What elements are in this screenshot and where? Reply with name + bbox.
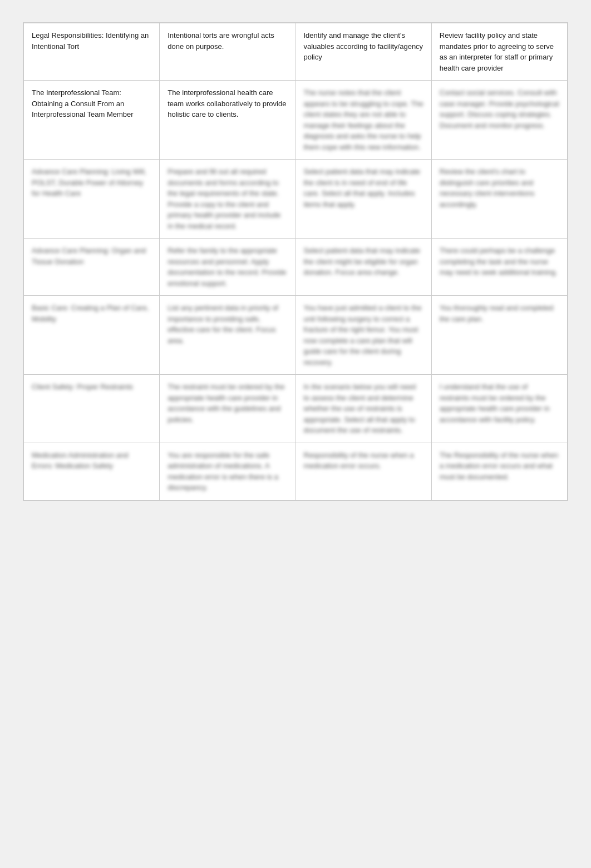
table-row: Legal Responsibilities: Identifying an I… — [24, 23, 568, 81]
cell-r6-c3: The Responsibility of the nurse when a m… — [431, 443, 567, 500]
cell-r5-c2: In the scenario below you will need to a… — [296, 375, 431, 443]
cell-r0-c2: Identify and manage the client's valuabl… — [296, 23, 431, 81]
cell-r1-c1: The interprofessional health care team w… — [160, 81, 296, 160]
table-row: The Interprofessional Team: Obtaining a … — [24, 81, 568, 160]
cell-r6-c2: Responsibility of the nurse when a medic… — [296, 443, 431, 500]
cell-r0-c1: Intentional torts are wrongful acts done… — [160, 23, 296, 81]
cell-r4-c2: You have just admitted a client to the u… — [296, 296, 431, 375]
cell-r3-c1: Refer the family to the appropriate reso… — [160, 239, 296, 296]
cell-r5-c1: The restraint must be ordered by the app… — [160, 375, 296, 443]
cell-r2-c1: Prepare and fill out all required docume… — [160, 160, 296, 239]
cell-r2-c0: Advance Care Planning: Living Will, POLS… — [24, 160, 160, 239]
cell-r5-c0: Client Safety: Proper Restraints — [24, 375, 160, 443]
cell-r1-c2: The nurse notes that the client appears … — [296, 81, 431, 160]
cell-r3-c0: Advance Care Planning: Organ and Tissue … — [24, 239, 160, 296]
cell-r4-c3: You thoroughly read and completed the ca… — [431, 296, 567, 375]
table-row: Advance Care Planning: Living Will, POLS… — [24, 160, 568, 239]
table-row: Medication Administration and Errors: Me… — [24, 443, 568, 500]
cell-r1-c3: Contact social services. Consult with ca… — [431, 81, 567, 160]
cell-r2-c3: Review the client's chart to distinguish… — [431, 160, 567, 239]
main-table-container: Legal Responsibilities: Identifying an I… — [23, 22, 568, 501]
cell-r4-c1: List any pertinent data in priority of i… — [160, 296, 296, 375]
cell-r5-c3: I understand that the use of restraints … — [431, 375, 567, 443]
cell-r0-c0: Legal Responsibilities: Identifying an I… — [24, 23, 160, 81]
table-row: Basic Care: Creating a Plan of Care, Mob… — [24, 296, 568, 375]
cell-r4-c0: Basic Care: Creating a Plan of Care, Mob… — [24, 296, 160, 375]
cell-r6-c1: You are responsible for the safe adminis… — [160, 443, 296, 500]
content-table: Legal Responsibilities: Identifying an I… — [23, 23, 568, 500]
cell-r3-c3: There could perhaps be a challenge compl… — [431, 239, 567, 296]
cell-r6-c0: Medication Administration and Errors: Me… — [24, 443, 160, 500]
cell-r1-c0: The Interprofessional Team: Obtaining a … — [24, 81, 160, 160]
table-row: Advance Care Planning: Organ and Tissue … — [24, 239, 568, 296]
cell-r0-c3: Review facility policy and state mandate… — [431, 23, 567, 81]
table-row: Client Safety: Proper RestraintsThe rest… — [24, 375, 568, 443]
cell-r3-c2: Select patient data that may indicate th… — [296, 239, 431, 296]
cell-r2-c2: Select patient data that may indicate th… — [296, 160, 431, 239]
